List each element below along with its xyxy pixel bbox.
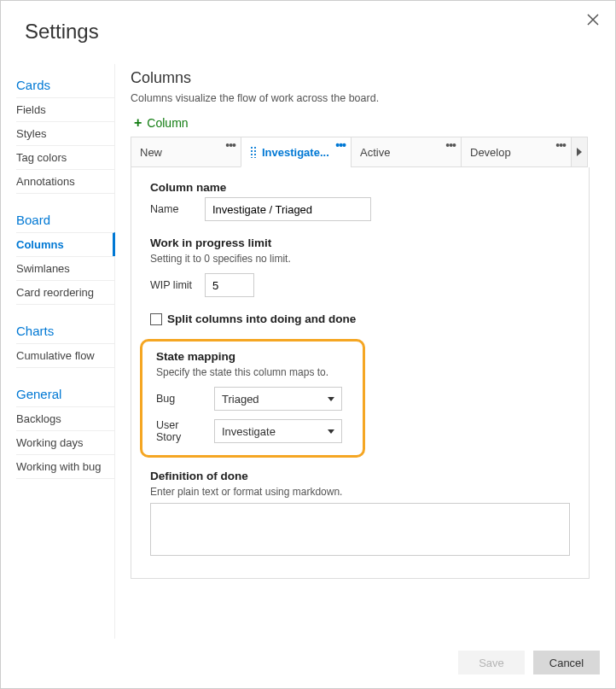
state-mapping-title: State mapping (156, 350, 349, 363)
chevron-down-icon (328, 397, 334, 401)
add-column-label: Column (147, 116, 188, 130)
user-story-state-select[interactable]: Investigate (214, 419, 342, 443)
sidebar-item-backlogs[interactable]: Backlogs (16, 406, 114, 430)
name-label: Name (150, 203, 196, 215)
dod-title: Definition of done (150, 470, 570, 482)
wip-label: WIP limit (150, 279, 196, 291)
grip-icon[interactable] (250, 146, 257, 158)
split-columns-label: Split columns into doing and done (167, 312, 356, 325)
close-icon[interactable] (586, 13, 600, 26)
state-mapping-highlight: State mapping Specify the state this col… (140, 339, 365, 458)
page-subtext: Columns visualize the flow of work acros… (131, 92, 601, 104)
sidebar-item-annotations[interactable]: Annotations (16, 169, 114, 194)
column-tabs: New ••• Investigate... ••• Active ••• De… (131, 137, 601, 167)
sidebar-item-card-reordering[interactable]: Card reordering (16, 280, 114, 305)
sidebar-section-charts[interactable]: Charts (16, 315, 114, 343)
page-heading: Columns (131, 69, 601, 87)
tab-develop[interactable]: Develop ••• (461, 137, 572, 167)
column-name-title: Column name (150, 181, 570, 194)
ellipsis-icon[interactable]: ••• (555, 139, 566, 151)
sidebar-section-general[interactable]: General (16, 378, 114, 406)
split-columns-checkbox-row[interactable]: Split columns into doing and done (150, 312, 570, 325)
sidebar-item-styles[interactable]: Styles (16, 121, 114, 145)
main-panel: Columns Columns visualize the flow of wo… (115, 64, 615, 639)
sidebar-item-swimlanes[interactable]: Swimlanes (16, 256, 114, 280)
cancel-button[interactable]: Cancel (533, 651, 600, 674)
column-name-input[interactable] (205, 197, 371, 221)
sidebar-item-cumulative-flow[interactable]: Cumulative flow (16, 343, 114, 368)
dialog-footer: Save Cancel (1, 639, 615, 688)
wip-hint: Setting it to 0 specifies no limit. (150, 253, 570, 265)
map-label-user-story: User Story (156, 419, 206, 443)
tab-active[interactable]: Active ••• (351, 137, 462, 167)
sidebar: Cards Fields Styles Tag colors Annotatio… (1, 64, 115, 639)
dialog-title: Settings (1, 1, 615, 64)
chevron-down-icon (328, 429, 334, 434)
state-mapping-hint: Specify the state this column maps to. (156, 366, 349, 378)
ellipsis-icon[interactable]: ••• (335, 139, 346, 151)
definition-of-done-input[interactable] (150, 503, 570, 556)
tab-investigate[interactable]: Investigate... ••• (241, 137, 352, 167)
sidebar-item-tag-colors[interactable]: Tag colors (16, 145, 114, 169)
sidebar-item-working-with-bug[interactable]: Working with bug (16, 454, 114, 479)
dod-hint: Enter plain text or format using markdow… (150, 486, 570, 498)
wip-limit-input[interactable] (205, 273, 254, 297)
bug-state-select[interactable]: Triaged (214, 387, 342, 411)
sidebar-section-cards[interactable]: Cards (16, 69, 114, 97)
sidebar-item-columns[interactable]: Columns (16, 232, 115, 256)
save-button[interactable]: Save (458, 651, 525, 674)
map-label-bug: Bug (156, 393, 206, 405)
settings-dialog: Settings Cards Fields Styles Tag colors … (0, 0, 616, 689)
sidebar-item-working-days[interactable]: Working days (16, 430, 114, 454)
add-column-button[interactable]: + Column (131, 116, 189, 130)
column-editor-panel: Column name Name Work in progress limit … (131, 167, 590, 579)
sidebar-section-board[interactable]: Board (16, 204, 114, 232)
sidebar-item-fields[interactable]: Fields (16, 97, 114, 121)
ellipsis-icon[interactable]: ••• (445, 139, 456, 151)
tabs-scroll-right[interactable] (571, 137, 588, 167)
checkbox-icon[interactable] (150, 313, 162, 325)
wip-title: Work in progress limit (150, 236, 570, 249)
tab-new[interactable]: New ••• (131, 137, 241, 167)
plus-icon: + (134, 116, 142, 130)
ellipsis-icon[interactable]: ••• (225, 139, 235, 151)
